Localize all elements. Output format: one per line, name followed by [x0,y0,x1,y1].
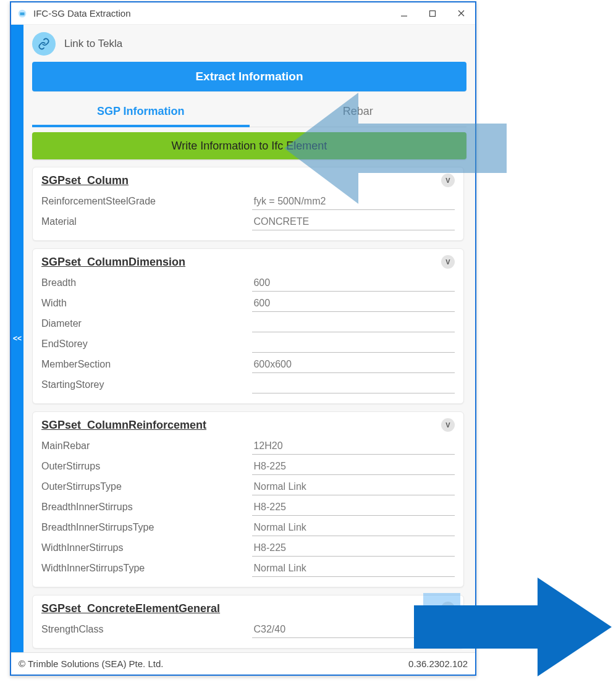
property-value-input[interactable] [252,540,455,557]
property-value-input[interactable] [252,214,455,230]
card-sgpset-columndimension: SGPset_ColumnDimension V Breadth Width D… [32,248,464,404]
property-value-input[interactable] [252,316,455,332]
property-label: BreadthInnerStirrups [41,498,243,516]
window-controls [390,3,475,24]
link-to-tekla-label: Link to Tekla [64,38,122,50]
tab-sgp-information[interactable]: SGP Information [32,95,250,127]
property-label: WidthInnerStirrups [41,539,243,557]
version-text: 0.36.2302.102 [408,658,468,669]
link-to-tekla-row: Link to Tekla [32,32,466,56]
card-title: SGPset_Column [41,174,129,187]
property-label: MainRebar [41,437,243,455]
minimize-button[interactable] [390,3,418,24]
titlebar: IFC-SG Data Extraction [11,2,475,25]
tab-bar: SGP Information Rebar [32,95,466,127]
property-label: WidthInnerStirrupsType [41,559,243,577]
svg-rect-3 [430,11,436,16]
property-label: MemberSection [41,355,243,373]
property-value-input[interactable] [252,458,455,475]
property-value-input[interactable] [252,193,455,210]
window-title: IFC-SG Data Extraction [33,8,131,19]
property-value-input[interactable] [252,621,455,638]
property-value-input[interactable] [252,479,455,495]
property-row: Material [41,212,455,230]
property-label: StartingStorey [41,376,243,393]
app-icon [16,7,28,20]
app-window: IFC-SG Data Extraction << Link to Tekla … [10,1,476,676]
property-label: OuterStirrups [41,457,243,475]
collapse-toggle-icon[interactable]: V [441,602,455,615]
property-label: Material [41,212,243,230]
property-value-input[interactable] [252,336,455,353]
property-value-input[interactable] [252,295,455,312]
card-title: SGPset_ConcreteElementGeneral [41,602,220,615]
property-label: OuterStirrupsType [41,477,243,495]
collapse-toggle-icon[interactable]: V [441,418,455,432]
card-sgpset-column: SGPset_Column V ReinforcementSteelGrade … [32,167,464,241]
property-value-input[interactable] [252,377,455,393]
property-value-input[interactable] [252,519,455,536]
property-label: BreadthInnerStirrupsType [41,518,243,536]
property-row: ReinforcementSteelGrade [41,192,455,210]
svg-rect-1 [20,12,24,15]
property-value-input[interactable] [252,356,455,373]
extract-information-button[interactable]: Extract Information [32,62,466,91]
card-title: SGPset_ColumnReinforcement [41,419,206,432]
link-icon[interactable] [32,32,56,56]
sidebar-collapse-strip[interactable]: << [11,25,23,652]
collapse-toggle-icon[interactable]: V [441,174,455,187]
sidebar-toggle-icon: << [13,334,22,343]
card-title: SGPset_ColumnDimension [41,256,185,269]
property-value-input[interactable] [252,499,455,516]
property-value-input[interactable] [252,560,455,577]
property-cards-scroll[interactable]: SGPset_Column V ReinforcementSteelGrade … [32,167,466,650]
property-label: ReinforcementSteelGrade [41,192,243,210]
tab-rebar[interactable]: Rebar [250,95,467,127]
card-sgpset-columnreinforcement: SGPset_ColumnReinforcement V MainRebar O… [32,411,464,587]
property-label: Diameter [41,314,243,332]
write-to-ifc-button[interactable]: Write Information to Ifc Element [32,132,466,159]
card-sgpset-concreteelementgeneral: SGPset_ConcreteElementGeneral V Strength… [32,595,464,649]
collapse-toggle-icon[interactable]: V [441,255,455,269]
property-label: Breadth [41,274,243,292]
maximize-button[interactable] [418,3,447,24]
property-label: Width [41,294,243,312]
property-label: EndStorey [41,335,243,353]
close-button[interactable] [447,3,475,24]
property-value-input[interactable] [252,438,455,455]
footer: © Trimble Solutions (SEA) Pte. Ltd. 0.36… [11,652,475,675]
property-value-input[interactable] [252,275,455,292]
copyright-text: © Trimble Solutions (SEA) Pte. Ltd. [19,658,163,669]
property-label: StrengthClass [41,620,243,638]
